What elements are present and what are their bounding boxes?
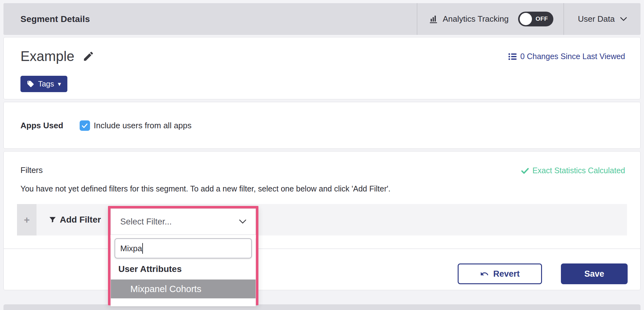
filter-search-input[interactable]: Mixpa <box>115 238 252 258</box>
revert-button[interactable]: Revert <box>458 263 542 284</box>
check-icon <box>521 167 529 175</box>
segment-name: Example <box>20 48 74 64</box>
funnel-filter-icon <box>48 216 57 224</box>
apps-used-label: Apps Used <box>20 121 63 130</box>
filter-search-value: Mixpa <box>120 244 142 253</box>
analytics-tracking-toggle[interactable]: OFF <box>518 12 553 26</box>
add-filter-plus-button[interactable]: + <box>17 204 37 235</box>
segment-name-card: Example 0 Changes Since Last Viewed Tags… <box>3 37 641 99</box>
include-all-apps-checkbox[interactable] <box>80 120 90 131</box>
filters-status: Exact Statistics Calculated <box>521 166 625 175</box>
option-mixpanel-cohorts[interactable]: Mixpanel Cohorts <box>111 280 256 298</box>
add-filter-group: Add Filter <box>48 204 101 235</box>
filter-dropdown-annotation: Select Filter... Mixpa User Attributes M… <box>108 206 258 305</box>
chevron-down-icon <box>239 219 247 224</box>
plus-icon: + <box>24 215 30 225</box>
page-header: Segment Details Analytics Tracking OFF U… <box>3 3 641 35</box>
add-filter-label: Add Filter <box>60 215 101 225</box>
undo-icon <box>480 269 489 278</box>
segment-name-row: Example <box>20 48 94 64</box>
tags-button[interactable]: Tags ▾ <box>20 76 67 92</box>
filters-footer-divider <box>4 248 640 249</box>
select-filter-dropdown[interactable]: Select Filter... <box>110 208 256 235</box>
page-title: Segment Details <box>3 14 90 24</box>
text-cursor <box>142 243 143 254</box>
toggle-state-label: OFF <box>535 15 548 22</box>
apps-used-card: Apps Used Include users from all apps <box>3 102 641 149</box>
save-button[interactable]: Save <box>561 263 628 284</box>
bottom-bar <box>3 304 641 310</box>
filters-status-label: Exact Statistics Calculated <box>532 166 625 175</box>
filters-title: Filters <box>20 165 43 175</box>
filters-description: You have not yet defined filters for thi… <box>20 184 391 193</box>
analytics-tracking-label: Analytics Tracking <box>443 14 509 24</box>
analytics-tracking-section: Analytics Tracking OFF <box>417 3 563 35</box>
filters-card: Filters Exact Statistics Calculated You … <box>3 151 641 290</box>
select-filter-value: Select Filter... <box>120 217 172 227</box>
include-all-apps-label: Include users from all apps <box>94 121 192 130</box>
edit-pencil-icon[interactable] <box>82 50 94 62</box>
caret-down-icon: ▾ <box>58 81 61 87</box>
tags-button-label: Tags <box>38 80 54 88</box>
tag-icon <box>27 80 34 88</box>
revert-button-label: Revert <box>493 269 520 279</box>
bar-chart-icon <box>429 14 438 24</box>
save-button-label: Save <box>584 269 604 279</box>
user-data-menu[interactable]: User Data <box>563 3 641 35</box>
user-data-label: User Data <box>578 14 615 24</box>
select-filter-panel: Mixpa User Attributes Mixpanel Cohorts <box>110 238 256 306</box>
header-right-group: Analytics Tracking OFF User Data <box>417 3 641 35</box>
changes-since-last-viewed-link[interactable]: 0 Changes Since Last Viewed <box>508 52 625 61</box>
chevron-down-icon <box>620 17 627 22</box>
list-icon <box>508 53 517 60</box>
option-group-header: User Attributes <box>118 264 256 274</box>
changes-link-label: 0 Changes Since Last Viewed <box>520 52 625 61</box>
apps-used-row: Apps Used Include users from all apps <box>20 120 192 131</box>
toggle-knob <box>520 13 532 25</box>
